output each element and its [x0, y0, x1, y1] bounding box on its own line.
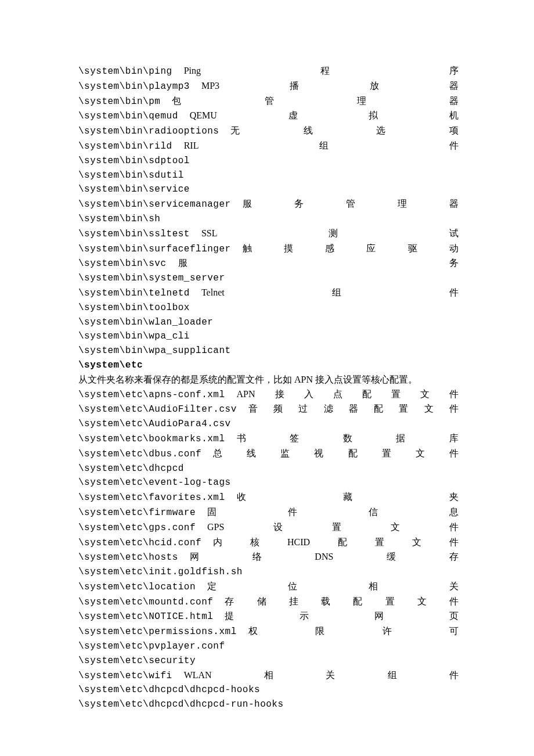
- entry-desc: WLAN相关组件: [184, 668, 459, 683]
- entry-path: \system\etc\event-log-tags: [78, 476, 231, 490]
- entry-path: \system\etc\AudioPara4.csv: [78, 417, 231, 431]
- entry-path: \system\bin\toolbox: [78, 301, 190, 315]
- entry-path: \system\bin\wpa_cli: [78, 329, 190, 344]
- entry-path: \system\bin\sdptool: [78, 154, 190, 168]
- entry-desc: 存储挂载配置文件: [225, 595, 459, 609]
- entry-path: \system\bin\sh: [78, 212, 160, 226]
- entry-path: \system\bin\pm: [78, 95, 160, 109]
- file-entry: \system\bin\system_server: [78, 271, 459, 286]
- file-entry: \system\bin\wpa_supplicant: [78, 344, 459, 358]
- file-entry: \system\bin\servicemanager服务管理器: [78, 197, 459, 212]
- file-entry: \system\bin\wlan_loader: [78, 315, 459, 330]
- file-entry: \system\etc\wifiWLAN相关组件: [78, 668, 459, 683]
- entry-desc: 权限许可: [248, 624, 459, 639]
- entry-path: \system\etc\mountd.conf: [78, 595, 213, 610]
- file-entry: \system\etc\location定位相关: [78, 579, 459, 595]
- entry-desc: 书签数据库: [237, 431, 459, 446]
- file-entry: \system\etc\favorites.xml收藏夹: [78, 490, 459, 505]
- entry-desc: 包管理器: [172, 94, 459, 109]
- entry-desc: 固件信息: [207, 505, 459, 520]
- entry-path: \system\etc\dhcpcd\dhcpcd-hooks: [78, 683, 260, 697]
- file-entry: \system\etc\AudioFilter.csv音频过滤器配置文件: [78, 402, 459, 417]
- file-entry: \system\bin\rildRIL组件: [78, 139, 459, 154]
- entry-desc: 无线选项: [230, 124, 459, 138]
- entry-desc: 提示网页: [225, 609, 459, 624]
- entry-desc: RIL组件: [184, 139, 459, 153]
- document-body: \system\bin\pingPing程序\system\bin\playmp…: [78, 64, 459, 712]
- file-entry: \system\bin\pm包管理器: [78, 94, 459, 109]
- file-entry: \system\etc\security: [78, 654, 459, 668]
- entry-path: \system\bin\rild: [78, 139, 172, 154]
- entry-desc: APN接入点配置文件: [237, 387, 459, 402]
- file-entry: \system\etc\dhcpcd: [78, 462, 459, 476]
- file-entry: \system\etc\NOTICE.html提示网页: [78, 609, 459, 624]
- entry-path: \system\etc\init.goldfish.sh: [78, 565, 243, 579]
- entry-path: \system\bin\qemud: [78, 109, 178, 124]
- entry-path: \system\etc\location: [78, 580, 196, 595]
- entry-path: \system\etc\pvplayer.conf: [78, 639, 225, 654]
- entry-path: \system\etc\wifi: [78, 669, 172, 683]
- entry-desc: 内核HCID配置文件: [213, 535, 459, 550]
- file-entry: \system\bin\service: [78, 182, 459, 197]
- entry-path: \system\bin\telnetd: [78, 286, 190, 301]
- file-entry: \system\bin\sdptool: [78, 154, 459, 168]
- file-entry: \system\etc\permissions.xml权限许可: [78, 624, 459, 639]
- file-entry: \system\bin\toolbox: [78, 301, 459, 315]
- entry-desc: MP3播放器: [201, 79, 459, 93]
- entry-path: \system\bin\ssltest: [78, 227, 190, 242]
- entry-path: \system\etc\permissions.xml: [78, 625, 237, 639]
- file-entry: \system\bin\pingPing程序: [78, 64, 459, 79]
- entry-desc: SSL测试: [201, 226, 459, 241]
- entry-path: \system\bin\wlan_loader: [78, 315, 213, 330]
- file-entry: \system\etc\dhcpcd\dhcpcd-run-hooks: [78, 697, 459, 712]
- file-entry: \system\etc\init.goldfish.sh: [78, 565, 459, 579]
- entry-path: \system\etc\bookmarks.xml: [78, 432, 225, 447]
- entry-desc: 收藏夹: [237, 490, 459, 505]
- entry-desc: 触摸感应驱动: [243, 242, 459, 256]
- file-entry: \system\etc\bookmarks.xml书签数据库: [78, 431, 459, 447]
- file-entry: \system\etc\hosts网络DNS缓存: [78, 550, 459, 565]
- file-entry: \system\bin\svc服务: [78, 256, 459, 271]
- entry-path: \system\bin\service: [78, 182, 190, 197]
- entry-desc: 定位相关: [207, 579, 459, 594]
- entry-path: \system\etc\dhcpcd\dhcpcd-run-hooks: [78, 697, 284, 712]
- entry-desc: 服务: [178, 256, 459, 271]
- file-entry: \system\bin\sh: [78, 212, 459, 226]
- section-header: \system\etc: [78, 358, 459, 373]
- file-entry: \system\etc\firmware固件信息: [78, 505, 459, 520]
- entry-desc: 总线监视配置文件: [213, 447, 459, 461]
- file-entry: \system\etc\AudioPara4.csv: [78, 417, 459, 431]
- entry-path: \system\bin\system_server: [78, 271, 225, 286]
- entry-desc: GPS设置文件: [207, 520, 459, 535]
- section-intro: 从文件夹名称来看保存的都是系统的配置文件，比如 APN 接入点设置等核心配置。: [78, 373, 459, 387]
- file-entry: \system\etc\pvplayer.conf: [78, 639, 459, 654]
- entry-path: \system\bin\ping: [78, 64, 172, 79]
- entry-path: \system\bin\surfaceflinger: [78, 242, 231, 257]
- entry-path: \system\etc\apns-conf.xml: [78, 388, 225, 402]
- entry-path: \system\etc\hcid.conf: [78, 536, 201, 550]
- entry-path: \system\etc\hosts: [78, 550, 178, 565]
- entry-path: \system\bin\sdutil: [78, 168, 184, 183]
- file-entry: \system\bin\surfaceflinger触摸感应驱动: [78, 242, 459, 257]
- file-entry: \system\etc\dbus.conf总线监视配置文件: [78, 447, 459, 462]
- entry-path: \system\etc\AudioFilter.csv: [78, 402, 237, 417]
- entry-desc: Ping程序: [184, 64, 459, 78]
- file-entry: \system\bin\radiooptions无线选项: [78, 124, 459, 139]
- entry-path: \system\etc\firmware: [78, 506, 196, 520]
- entry-path: \system\etc\gps.conf: [78, 521, 196, 535]
- file-entry: \system\etc\apns-conf.xmlAPN接入点配置文件: [78, 387, 459, 402]
- file-entry: \system\bin\qemudQEMU虚拟机: [78, 109, 459, 124]
- entry-desc: 服务管理器: [243, 197, 459, 211]
- entry-path: \system\bin\radiooptions: [78, 124, 219, 139]
- file-entry: \system\bin\playmp3MP3播放器: [78, 79, 459, 94]
- entry-path: \system\etc\NOTICE.html: [78, 610, 213, 624]
- file-entry: \system\bin\wpa_cli: [78, 329, 459, 344]
- entry-desc: 音频过滤器配置文件: [248, 402, 459, 416]
- entry-path: \system\etc\dbus.conf: [78, 447, 201, 462]
- entry-path: \system\bin\wpa_supplicant: [78, 344, 231, 358]
- entry-path: \system\etc\dhcpcd: [78, 462, 184, 476]
- entry-desc: 网络DNS缓存: [190, 550, 459, 564]
- file-entry: \system\etc\event-log-tags: [78, 476, 459, 490]
- entry-path: \system\bin\servicemanager: [78, 197, 231, 212]
- file-entry: \system\etc\hcid.conf内核HCID配置文件: [78, 535, 459, 550]
